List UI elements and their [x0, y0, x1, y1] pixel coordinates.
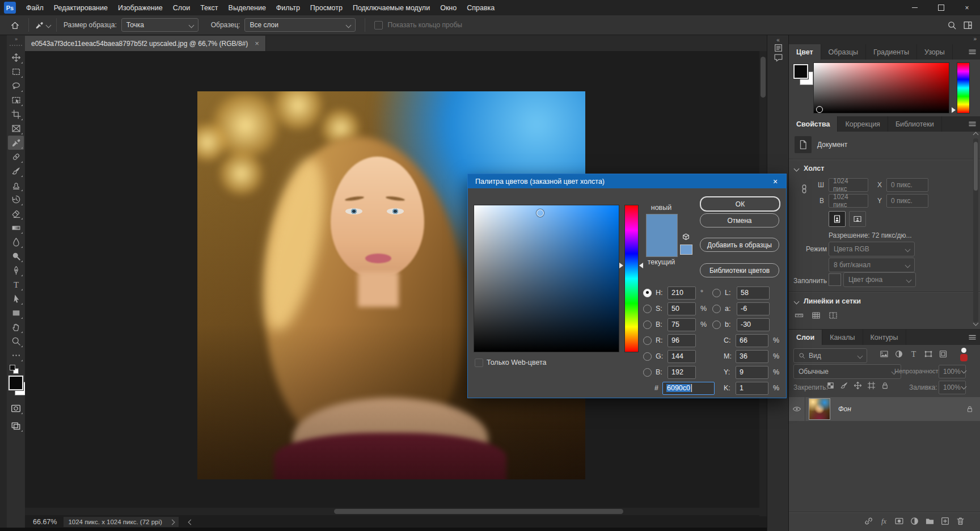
new-layer-icon[interactable]: [940, 516, 950, 526]
radio-b[interactable]: [712, 321, 721, 329]
layer-name[interactable]: Фон: [838, 405, 851, 413]
move-icon[interactable]: [854, 381, 862, 390]
brush-icon[interactable]: [840, 381, 848, 390]
tab-layers-1[interactable]: Каналы: [822, 330, 863, 345]
lasso-tool[interactable]: [8, 79, 24, 93]
color-ramp[interactable]: [813, 62, 949, 113]
brush-tool[interactable]: [8, 164, 24, 178]
tab-layers-2[interactable]: Контуры: [863, 330, 906, 345]
scroll-up-icon[interactable]: [973, 132, 979, 138]
mask-icon[interactable]: [894, 516, 904, 526]
clone-stamp-tool[interactable]: [8, 178, 24, 192]
properties-scrollbar[interactable]: [973, 138, 978, 322]
expand-dock-chevrons[interactable]: «: [767, 35, 789, 43]
history-icon[interactable]: [767, 43, 789, 53]
field-input-L[interactable]: 58: [737, 286, 770, 300]
menu-item-9[interactable]: Окно: [435, 4, 462, 12]
history-brush-tool[interactable]: [8, 192, 24, 206]
sampling-ring-checkbox[interactable]: [374, 21, 383, 30]
zoom-tool[interactable]: [8, 334, 24, 348]
layer-thumbnail[interactable]: [809, 398, 830, 420]
search-button[interactable]: [944, 18, 960, 32]
artboard-icon[interactable]: [867, 381, 876, 390]
tab-properties-2[interactable]: Библиотеки: [888, 116, 942, 132]
color-field-marker[interactable]: [537, 209, 544, 217]
hue-slider-arrow-left[interactable]: [619, 263, 623, 268]
radio-S[interactable]: [643, 305, 652, 313]
web-colors-only-checkbox[interactable]: [475, 359, 483, 367]
grid-icon[interactable]: [812, 311, 821, 320]
menu-item-6[interactable]: Фильтр: [271, 4, 305, 12]
rectangular-marquee-tool[interactable]: [8, 65, 24, 79]
trash-icon[interactable]: [956, 516, 965, 526]
shape-icon[interactable]: [924, 349, 933, 359]
color-libraries-button[interactable]: Библиотеки цветов: [700, 263, 779, 277]
field-input-B[interactable]: 75: [668, 318, 696, 331]
eraser-tool[interactable]: [8, 206, 24, 221]
hue-slider[interactable]: [624, 205, 639, 352]
panel-menu-icon[interactable]: [964, 116, 980, 132]
field-input-C[interactable]: 66: [736, 334, 768, 347]
status-chevron-right-icon[interactable]: [169, 519, 175, 525]
menu-item-5[interactable]: Выделение: [223, 4, 271, 12]
tab-layers-0[interactable]: Слои: [789, 330, 822, 345]
panel-menu-icon[interactable]: [964, 44, 980, 60]
field-input-S[interactable]: 50: [668, 302, 696, 315]
edit-toolbar-button[interactable]: [8, 348, 24, 363]
checker-icon[interactable]: [826, 381, 835, 390]
object-selection-tool[interactable]: [8, 93, 24, 107]
document-tab[interactable]: e0543a7f3dce11eeac54baea8797b5f2 upscale…: [25, 36, 266, 51]
menu-item-1[interactable]: Редактирование: [49, 4, 113, 12]
status-chevron-left-icon[interactable]: [188, 519, 193, 525]
foreground-color-swatch[interactable]: [793, 64, 808, 79]
tab-color-0[interactable]: Цвет: [789, 44, 821, 60]
panel-hue-slider[interactable]: [957, 62, 970, 113]
layer-visibility-toggle[interactable]: [789, 397, 805, 421]
screen-mode-button[interactable]: [8, 419, 24, 433]
radio-B[interactable]: [643, 321, 652, 329]
radio-a[interactable]: [712, 305, 721, 313]
color-ramp-marker[interactable]: [816, 106, 823, 113]
ok-button[interactable]: ОК: [700, 196, 780, 212]
sample-dropdown[interactable]: Все слои: [244, 18, 356, 32]
tab-properties-0[interactable]: Свойства: [789, 116, 838, 132]
link-icon[interactable]: [864, 516, 873, 526]
radio-R[interactable]: [643, 336, 652, 345]
tab-color-1[interactable]: Образцы: [821, 44, 867, 60]
radio-H[interactable]: [643, 289, 652, 297]
expand-toolbar-chevrons[interactable]: »: [7, 35, 25, 44]
tab-properties-1[interactable]: Коррекция: [838, 116, 888, 132]
current-color-swatch[interactable]: [647, 235, 677, 256]
guides-icon[interactable]: [829, 311, 838, 320]
rulers-section-header[interactable]: Линейки и сетки: [795, 297, 861, 305]
field-input-Y[interactable]: 9: [736, 366, 768, 379]
default-colors-control[interactable]: [10, 365, 20, 374]
workspace-switcher-button[interactable]: [960, 18, 975, 32]
fill-color-dropdown[interactable]: Цвет фона: [843, 272, 916, 287]
fill-color-swatch[interactable]: [829, 273, 841, 286]
ruler-icon[interactable]: [795, 311, 804, 320]
move-tool[interactable]: [8, 50, 24, 65]
canvas-section-header[interactable]: Холст: [795, 165, 824, 172]
tab-color-2[interactable]: Градиенты: [866, 44, 917, 60]
menu-item-7[interactable]: Просмотр: [305, 4, 348, 12]
quick-mask-button[interactable]: [8, 401, 24, 415]
horizontal-scrollbar-thumb[interactable]: [334, 509, 623, 514]
y-field[interactable]: 0 пикс.: [886, 194, 928, 208]
dodge-tool[interactable]: [8, 249, 24, 263]
hand-tool[interactable]: [8, 320, 24, 334]
field-input-G[interactable]: 144: [668, 350, 696, 363]
gamut-warning-icon[interactable]: [681, 233, 691, 242]
folder-icon[interactable]: [925, 516, 935, 526]
dialog-close-button[interactable]: ×: [764, 174, 786, 188]
cancel-button[interactable]: Отмена: [700, 213, 779, 227]
toolbar-grip[interactable]: [10, 45, 22, 48]
field-input-b[interactable]: -30: [737, 318, 770, 331]
adjustment-icon[interactable]: [894, 349, 903, 359]
gamut-color-swatch[interactable]: [680, 245, 692, 255]
eyedropper-tool[interactable]: [8, 136, 24, 150]
maximize-button[interactable]: [928, 0, 954, 15]
layer-row[interactable]: Фон: [789, 397, 980, 421]
layer-filter-toggle[interactable]: [960, 348, 968, 361]
document-info[interactable]: 1024 пикс. x 1024 пикс. (72 ppi): [64, 517, 178, 527]
